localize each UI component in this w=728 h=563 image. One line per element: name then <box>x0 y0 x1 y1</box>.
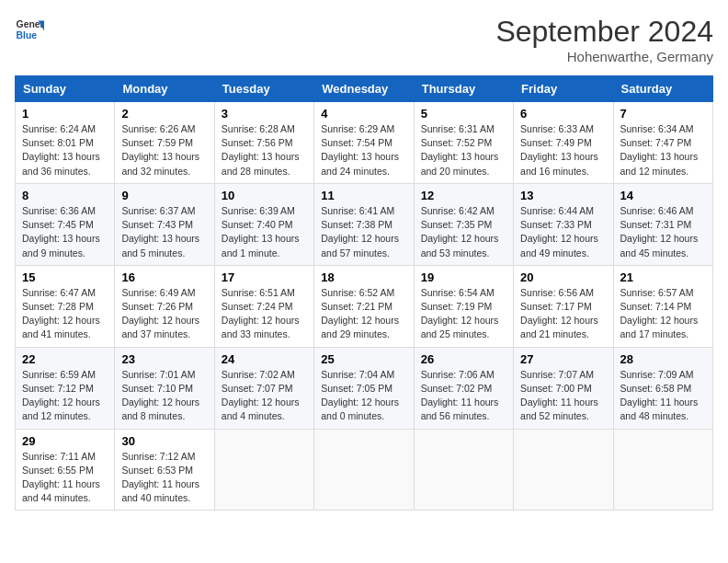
day-info: Sunrise: 6:51 AMSunset: 7:24 PMDaylight:… <box>222 286 307 342</box>
day-number: 12 <box>421 189 506 202</box>
weekday-header: Tuesday <box>214 76 313 102</box>
day-number: 27 <box>520 352 606 366</box>
day-number: 8 <box>22 189 108 202</box>
calendar-day-cell: 29Sunrise: 7:11 AMSunset: 6:55 PMDayligh… <box>16 429 115 511</box>
day-info: Sunrise: 6:26 AMSunset: 7:59 PMDaylight:… <box>121 122 207 178</box>
day-info: Sunrise: 7:01 AMSunset: 7:10 PMDaylight:… <box>121 368 207 424</box>
day-info: Sunrise: 6:59 AMSunset: 7:12 PMDaylight:… <box>22 368 108 424</box>
day-info: Sunrise: 6:47 AMSunset: 7:28 PMDaylight:… <box>22 286 108 342</box>
calendar-day-cell: 18Sunrise: 6:52 AMSunset: 7:21 PMDayligh… <box>314 265 414 347</box>
day-number: 28 <box>620 352 706 366</box>
calendar-day-cell: 27Sunrise: 7:07 AMSunset: 7:00 PMDayligh… <box>514 347 613 429</box>
logo: General Blue <box>15 15 44 44</box>
day-number: 17 <box>222 270 307 284</box>
weekday-header: Monday <box>115 76 214 102</box>
day-number: 13 <box>520 189 606 202</box>
day-number: 4 <box>321 107 406 121</box>
month-title: September 2024 <box>495 15 713 49</box>
calendar-day-cell: 12Sunrise: 6:42 AMSunset: 7:35 PMDayligh… <box>414 183 513 265</box>
day-number: 30 <box>121 434 207 448</box>
day-number: 24 <box>222 352 307 366</box>
calendar-day-cell: 30Sunrise: 7:12 AMSunset: 6:53 PMDayligh… <box>115 429 214 511</box>
day-info: Sunrise: 6:54 AMSunset: 7:19 PMDaylight:… <box>421 286 506 342</box>
logo-icon: General Blue <box>15 15 44 44</box>
calendar-day-cell: 1Sunrise: 6:24 AMSunset: 8:01 PMDaylight… <box>16 102 115 184</box>
calendar-day-cell: 14Sunrise: 6:46 AMSunset: 7:31 PMDayligh… <box>613 183 712 265</box>
weekday-header: Friday <box>514 76 613 102</box>
weekday-header: Thursday <box>414 76 513 102</box>
calendar-day-cell: 21Sunrise: 6:57 AMSunset: 7:14 PMDayligh… <box>613 265 712 347</box>
calendar-day-cell: 23Sunrise: 7:01 AMSunset: 7:10 PMDayligh… <box>115 347 214 429</box>
page-header: General Blue September 2024 Hohenwarthe,… <box>15 15 713 64</box>
day-info: Sunrise: 6:56 AMSunset: 7:17 PMDaylight:… <box>520 286 606 342</box>
calendar-day-cell: 28Sunrise: 7:09 AMSunset: 6:58 PMDayligh… <box>613 347 712 429</box>
day-number: 29 <box>22 434 108 448</box>
weekday-header: Sunday <box>16 76 115 102</box>
day-info: Sunrise: 7:12 AMSunset: 6:53 PMDaylight:… <box>121 450 207 506</box>
calendar-week-row: 29Sunrise: 7:11 AMSunset: 6:55 PMDayligh… <box>16 429 713 511</box>
weekday-header: Wednesday <box>314 76 414 102</box>
calendar-day-cell: 2Sunrise: 6:26 AMSunset: 7:59 PMDaylight… <box>115 102 214 184</box>
calendar-day-cell: 13Sunrise: 6:44 AMSunset: 7:33 PMDayligh… <box>514 183 613 265</box>
svg-text:Blue: Blue <box>17 30 38 40</box>
day-number: 10 <box>222 189 307 202</box>
day-number: 9 <box>121 189 207 202</box>
day-info: Sunrise: 6:37 AMSunset: 7:43 PMDaylight:… <box>121 204 207 260</box>
day-number: 5 <box>421 107 506 121</box>
day-info: Sunrise: 6:57 AMSunset: 7:14 PMDaylight:… <box>620 286 706 342</box>
day-info: Sunrise: 6:33 AMSunset: 7:49 PMDaylight:… <box>520 122 606 178</box>
day-number: 7 <box>620 107 706 121</box>
day-info: Sunrise: 6:49 AMSunset: 7:26 PMDaylight:… <box>121 286 207 342</box>
calendar-day-cell: 3Sunrise: 6:28 AMSunset: 7:56 PMDaylight… <box>214 102 313 184</box>
title-block: September 2024 Hohenwarthe, Germany <box>495 15 713 64</box>
day-number: 14 <box>620 189 706 202</box>
day-number: 3 <box>222 107 307 121</box>
day-number: 15 <box>22 270 108 284</box>
day-info: Sunrise: 6:52 AMSunset: 7:21 PMDaylight:… <box>321 286 406 342</box>
day-number: 11 <box>321 189 406 202</box>
calendar-day-cell: 25Sunrise: 7:04 AMSunset: 7:05 PMDayligh… <box>314 347 414 429</box>
day-number: 2 <box>121 107 207 121</box>
day-info: Sunrise: 6:42 AMSunset: 7:35 PMDaylight:… <box>421 204 506 260</box>
day-number: 18 <box>321 270 406 284</box>
day-info: Sunrise: 6:41 AMSunset: 7:38 PMDaylight:… <box>321 204 406 260</box>
calendar-day-cell: 19Sunrise: 6:54 AMSunset: 7:19 PMDayligh… <box>414 265 513 347</box>
calendar-day-cell <box>613 429 712 511</box>
day-number: 19 <box>421 270 506 284</box>
location: Hohenwarthe, Germany <box>495 49 713 64</box>
calendar-week-row: 8Sunrise: 6:36 AMSunset: 7:45 PMDaylight… <box>16 183 713 265</box>
calendar-day-cell: 8Sunrise: 6:36 AMSunset: 7:45 PMDaylight… <box>16 183 115 265</box>
day-number: 26 <box>421 352 506 366</box>
day-info: Sunrise: 6:31 AMSunset: 7:52 PMDaylight:… <box>421 122 506 178</box>
calendar-week-row: 1Sunrise: 6:24 AMSunset: 8:01 PMDaylight… <box>16 102 713 184</box>
day-info: Sunrise: 6:24 AMSunset: 8:01 PMDaylight:… <box>22 122 108 178</box>
calendar-table: SundayMondayTuesdayWednesdayThursdayFrid… <box>15 75 713 511</box>
calendar-day-cell: 9Sunrise: 6:37 AMSunset: 7:43 PMDaylight… <box>115 183 214 265</box>
calendar-day-cell: 10Sunrise: 6:39 AMSunset: 7:40 PMDayligh… <box>214 183 313 265</box>
calendar-week-row: 22Sunrise: 6:59 AMSunset: 7:12 PMDayligh… <box>16 347 713 429</box>
calendar-day-cell <box>414 429 513 511</box>
calendar-day-cell <box>314 429 414 511</box>
day-info: Sunrise: 6:39 AMSunset: 7:40 PMDaylight:… <box>222 204 307 260</box>
calendar-week-row: 15Sunrise: 6:47 AMSunset: 7:28 PMDayligh… <box>16 265 713 347</box>
day-number: 1 <box>22 107 108 121</box>
day-info: Sunrise: 6:29 AMSunset: 7:54 PMDaylight:… <box>321 122 406 178</box>
calendar-day-cell <box>514 429 613 511</box>
calendar-day-cell: 11Sunrise: 6:41 AMSunset: 7:38 PMDayligh… <box>314 183 414 265</box>
day-info: Sunrise: 7:02 AMSunset: 7:07 PMDaylight:… <box>222 368 307 424</box>
day-info: Sunrise: 6:36 AMSunset: 7:45 PMDaylight:… <box>22 204 108 260</box>
day-info: Sunrise: 6:44 AMSunset: 7:33 PMDaylight:… <box>520 204 606 260</box>
day-info: Sunrise: 6:46 AMSunset: 7:31 PMDaylight:… <box>620 204 706 260</box>
calendar-day-cell: 22Sunrise: 6:59 AMSunset: 7:12 PMDayligh… <box>16 347 115 429</box>
day-info: Sunrise: 7:06 AMSunset: 7:02 PMDaylight:… <box>421 368 506 424</box>
calendar-day-cell: 24Sunrise: 7:02 AMSunset: 7:07 PMDayligh… <box>214 347 313 429</box>
day-info: Sunrise: 7:04 AMSunset: 7:05 PMDaylight:… <box>321 368 406 424</box>
day-info: Sunrise: 7:07 AMSunset: 7:00 PMDaylight:… <box>520 368 606 424</box>
calendar-day-cell: 17Sunrise: 6:51 AMSunset: 7:24 PMDayligh… <box>214 265 313 347</box>
calendar-day-cell: 4Sunrise: 6:29 AMSunset: 7:54 PMDaylight… <box>314 102 414 184</box>
day-number: 25 <box>321 352 406 366</box>
calendar-day-cell: 6Sunrise: 6:33 AMSunset: 7:49 PMDaylight… <box>514 102 613 184</box>
calendar-day-cell: 15Sunrise: 6:47 AMSunset: 7:28 PMDayligh… <box>16 265 115 347</box>
day-number: 21 <box>620 270 706 284</box>
day-info: Sunrise: 7:11 AMSunset: 6:55 PMDaylight:… <box>22 450 108 506</box>
